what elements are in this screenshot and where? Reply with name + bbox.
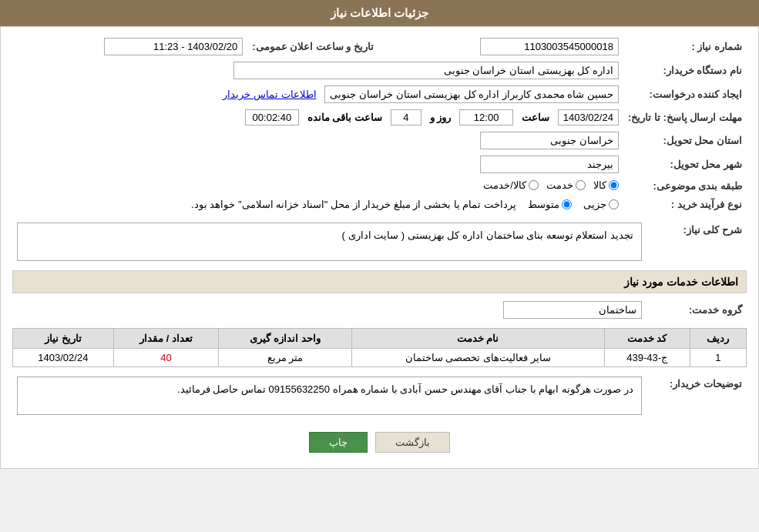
process-label: نوع فرآیند خرید :	[623, 196, 747, 213]
creator-value: حسین شاه محمدی کاربراز اداره کل بهزیستی …	[324, 85, 619, 103]
page-title: جزئیات اطلاعات نیاز	[331, 6, 428, 19]
process-note: پرداخت تمام یا بخشی از مبلغ خریدار از مح…	[191, 199, 516, 210]
buyer-notes-value: در صورت هرگونه ابهام با جناب آقای مهندس …	[17, 376, 642, 415]
cell-unit: متر مربع	[219, 349, 351, 367]
category-radio-both[interactable]	[529, 180, 539, 190]
category-option-goods[interactable]: کالا	[593, 179, 619, 191]
category-label: طبقه بندی موضوعی:	[623, 176, 747, 196]
col-header-name: نام خدمت	[351, 329, 604, 349]
category-radio-service[interactable]	[576, 180, 586, 190]
col-header-qty: تعداد / مقدار	[113, 329, 219, 349]
need-description-value: تجدید استعلام توسعه بنای ساختمان اداره ک…	[17, 223, 642, 261]
cell-date: 1403/02/24	[13, 349, 114, 367]
page-header: جزئیات اطلاعات نیاز	[0, 0, 759, 26]
send-deadline-label: مهلت ارسال پاسخ: تا تاریخ:	[623, 106, 747, 129]
cell-qty: 40	[113, 349, 219, 367]
col-header-unit: واحد اندازه گیری	[219, 329, 351, 349]
buyer-notes-label: توضیحات خریدار:	[646, 373, 747, 418]
need-number-value: 1103003545000018	[480, 38, 619, 55]
service-group-label: گروه خدمت:	[646, 298, 747, 322]
cell-row: 1	[690, 349, 746, 367]
process-option-partial[interactable]: جزیی	[583, 199, 619, 210]
announce-datetime-value: 1403/02/20 - 11:23	[104, 38, 243, 55]
cell-name: سایر فعالیت‌های تخصصی ساختمان	[351, 349, 604, 367]
print-button[interactable]: چاپ	[309, 432, 368, 453]
table-row: 1 ج-43-439 سایر فعالیت‌های تخصصی ساختمان…	[13, 349, 747, 367]
days-label: روز و	[430, 112, 452, 123]
process-option-medium[interactable]: متوسط	[528, 199, 572, 210]
time-label: ساعت	[522, 112, 549, 123]
city-value: بیرجند	[480, 156, 619, 173]
need-description-label: شرح کلی نیاز:	[646, 219, 747, 264]
need-number-label: شماره نیاز :	[623, 35, 747, 59]
buyer-name-label: نام دستگاه خریدار:	[623, 59, 747, 82]
province-label: استان محل تحویل:	[623, 129, 747, 152]
category-option-service[interactable]: خدمت	[546, 179, 586, 191]
service-group-value: ساختمان	[503, 301, 642, 319]
back-button[interactable]: بازگشت	[375, 432, 450, 453]
remaining-value: 00:02:40	[245, 109, 299, 125]
time-value: 12:00	[459, 109, 513, 125]
process-radio-partial[interactable]	[609, 199, 619, 209]
creator-label: ایجاد کننده درخواست:	[623, 82, 747, 106]
process-radio-medium[interactable]	[562, 199, 572, 209]
days-value: 4	[391, 109, 421, 125]
buyer-name-value: اداره کل بهزیستی استان خراسان جنوبی	[233, 62, 619, 79]
buyer-notes-section: توضیحات خریدار: در صورت هرگونه ابهام با …	[12, 373, 747, 418]
announce-datetime-label: تاریخ و ساعت اعلان عمومی:	[247, 35, 378, 59]
services-section-header: اطلاعات خدمات مورد نیاز	[12, 270, 747, 293]
action-buttons: بازگشت چاپ	[12, 424, 747, 460]
col-header-row: ردیف	[690, 329, 746, 349]
city-label: شهر محل تحویل:	[623, 152, 747, 176]
category-option-both[interactable]: کالا/خدمت	[483, 179, 539, 191]
creator-contact-link[interactable]: اطلاعات تماس خریدار	[223, 89, 316, 100]
province-value: خراسان جنوبی	[480, 132, 619, 149]
category-radio-group: کالا خدمت کالا/خدمت	[483, 179, 619, 191]
remaining-label: ساعت باقی مانده	[307, 112, 382, 123]
deadline-date-value: 1403/02/24	[558, 109, 619, 125]
services-table: ردیف کد خدمت نام خدمت واحد اندازه گیری ت…	[12, 328, 747, 367]
category-radio-goods[interactable]	[609, 180, 619, 190]
col-header-date: تاریخ نیاز	[13, 329, 114, 349]
col-header-code: کد خدمت	[604, 329, 690, 349]
cell-code: ج-43-439	[604, 349, 690, 367]
